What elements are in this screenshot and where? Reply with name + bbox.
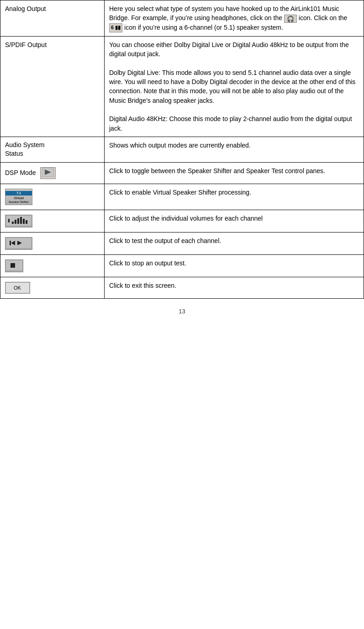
- label-stop-btn: [0, 255, 105, 277]
- ok-button[interactable]: OK: [5, 282, 30, 294]
- desc-virtual: Click to enable Virtual Speaker Shifter …: [105, 184, 364, 210]
- virtual-mid-text: Virtual: [5, 196, 32, 200]
- table-row: S/PDIF Output You can choose either Dolb…: [0, 36, 364, 137]
- table-row: Click to adjust the individual volumes f…: [0, 210, 364, 233]
- svg-rect-4: [12, 222, 14, 224]
- svg-rect-8: [23, 219, 25, 224]
- desc-analog-output: Here you select what type of system you …: [105, 0, 364, 37]
- label-test-btn: [0, 233, 105, 255]
- table-row: OK Click to exit this screen.: [0, 277, 364, 299]
- virtual-bot-text: Speaker Shifter: [5, 201, 32, 204]
- table-row: DSP Mode Click to toggle between the Spe…: [0, 163, 364, 184]
- label-dsp-mode: DSP Mode: [0, 163, 105, 184]
- svg-rect-15: [11, 263, 15, 268]
- table-row: Analog Output Here you select what type …: [0, 0, 364, 37]
- desc-dsp-mode: Click to toggle between the Speaker Shif…: [105, 163, 364, 184]
- desc-audio-status: Shows which output modes are currently e…: [105, 137, 364, 162]
- desc-stop: Click to stop an output test.: [105, 255, 364, 277]
- help-table: Analog Output Here you select what type …: [0, 0, 364, 299]
- svg-text:OK: OK: [14, 285, 21, 291]
- desc-ok: Click to exit this screen.: [105, 277, 364, 299]
- desc-spdif-output: You can choose either Dolby Digital Live…: [105, 36, 364, 137]
- page-footer: 13: [0, 299, 364, 324]
- label-virtual-btn: 7.1 Virtual Speaker Shifter: [0, 184, 105, 210]
- stop-button[interactable]: [5, 259, 23, 272]
- table-row: Audio SystemStatus Shows which output mo…: [0, 137, 364, 162]
- headphone-icon: 🎧: [284, 15, 297, 23]
- svg-rect-5: [15, 220, 16, 224]
- svg-rect-11: [10, 241, 11, 245]
- table-row: Click to test the output of each channel…: [0, 233, 364, 255]
- virtual-speaker-button[interactable]: 7.1 Virtual Speaker Shifter: [5, 189, 32, 205]
- label-ok-btn: OK: [0, 277, 105, 299]
- svg-rect-3: [8, 219, 10, 222]
- svg-rect-6: [17, 218, 19, 224]
- table-row: Click to stop an output test.: [0, 255, 364, 277]
- label-analog-output: Analog Output: [0, 0, 105, 37]
- table-row: 7.1 Virtual Speaker Shifter Click to ena…: [0, 184, 364, 210]
- volume-button[interactable]: [5, 215, 32, 227]
- svg-rect-7: [20, 217, 22, 224]
- desc-volume: Click to adjust the individual volumes f…: [105, 210, 364, 233]
- 6ch-icon: 6 ▮▮: [109, 23, 122, 32]
- svg-rect-9: [26, 220, 27, 224]
- page-wrapper: Analog Output Here you select what type …: [0, 0, 364, 324]
- label-audio-status: Audio SystemStatus: [0, 137, 105, 162]
- desc-test: Click to test the output of each channel…: [105, 233, 364, 255]
- dsp-icon[interactable]: [40, 167, 56, 179]
- label-volume-btn: [0, 210, 105, 233]
- label-spdif-output: S/PDIF Output: [0, 36, 105, 137]
- page-number: 13: [179, 308, 185, 315]
- test-button[interactable]: [5, 237, 32, 250]
- virtual-top-bar: 7.1: [5, 191, 32, 196]
